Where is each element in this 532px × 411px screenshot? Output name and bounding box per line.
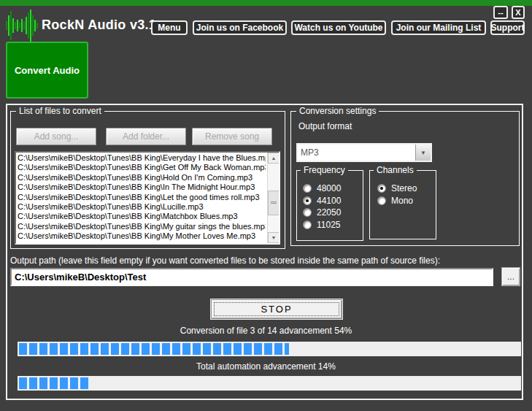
mailing-list-button[interactable]: Join our Mailing List [391, 20, 486, 35]
close-button[interactable]: X [512, 6, 525, 19]
facebook-button[interactable]: Join us on Facebook [193, 20, 287, 35]
output-format-value: MP3 [298, 145, 415, 161]
radio-checked-icon [303, 196, 312, 205]
add-song-button[interactable]: Add song... [16, 128, 96, 145]
radio-frequency-22050[interactable]: 22050 [303, 207, 341, 219]
total-progress-fill [19, 377, 89, 389]
app-title: RockN Audio v3.1 [42, 18, 156, 33]
file-listbox[interactable]: C:\Users\mikeB\Desktop\Tunes\BB King\Eve… [15, 151, 280, 245]
radio-label: 44100 [317, 196, 341, 206]
radio-label: 22050 [317, 207, 341, 218]
file-list-item[interactable]: C:\Users\mikeB\Desktop\Tunes\BB King\Hol… [18, 173, 266, 183]
radio-frequency-48000[interactable]: 48000 [303, 183, 341, 195]
channels-group: Channels Stereo Mono [369, 170, 436, 239]
scrollbar-thumb[interactable] [268, 191, 280, 215]
minimize-button[interactable]: -- [493, 6, 508, 19]
output-format-select[interactable]: MP3 ▼ [296, 143, 432, 162]
radio-icon [377, 196, 386, 205]
radio-frequency-44100[interactable]: 44100 [303, 195, 341, 207]
dropdown-arrow-icon[interactable]: ▼ [415, 145, 431, 161]
stop-button[interactable]: STOP [211, 299, 342, 319]
menu-button[interactable]: Menu [151, 20, 188, 35]
output-path-input[interactable] [10, 268, 493, 286]
scroll-down-icon[interactable]: ▼ [268, 232, 280, 243]
youtube-button[interactable]: Watch us on Youtube [291, 20, 386, 35]
radio-channels-stereo[interactable]: Stereo [377, 183, 417, 195]
scrollbar-grip [271, 201, 277, 204]
radio-label: 48000 [317, 183, 341, 193]
radio-icon [303, 208, 312, 217]
add-folder-button[interactable]: Add folder... [106, 128, 186, 145]
radio-channels-mono[interactable]: Mono [377, 195, 417, 207]
file-list-group-label: List of files to convert [16, 106, 104, 116]
channels-group-label: Channels [374, 165, 417, 175]
listbox-scrollbar[interactable]: ▲ ▼ [267, 153, 279, 243]
support-button[interactable]: Support [490, 20, 525, 35]
radio-icon [303, 184, 312, 193]
radio-frequency-11025[interactable]: 11025 [303, 219, 341, 231]
conversion-settings-group-label: Conversion settings [296, 106, 379, 116]
file-list-item[interactable]: C:\Users\mikeB\Desktop\Tunes\BB King\Get… [18, 163, 266, 172]
total-progress-bar [18, 376, 521, 391]
frequency-group-label: Frequency [301, 165, 348, 175]
radio-icon [303, 220, 312, 229]
file-progress-text: Conversion of file 3 of 14 advancement 5… [0, 326, 532, 336]
file-list-item[interactable]: C:\Users\mikeB\Desktop\Tunes\BB King\Mat… [18, 212, 266, 221]
frequency-group: Frequency 48000 44100 22050 11025 [296, 170, 363, 241]
total-progress-text: Total automation advancement 14% [0, 361, 532, 372]
file-list-item[interactable]: C:\Users\mikeB\Desktop\Tunes\BB King\Eve… [18, 153, 266, 163]
waveform-logo-icon [6, 9, 39, 42]
output-path-label: Output path (leave this field empty if y… [10, 256, 440, 266]
file-list-item[interactable]: C:\Users\mikeB\Desktop\Tunes\BB King\My … [18, 231, 266, 241]
file-progress-bar [18, 342, 521, 356]
scroll-up-icon[interactable]: ▲ [268, 153, 280, 164]
output-format-label: Output format [298, 121, 352, 131]
file-list-item[interactable]: C:\Users\mikeB\Desktop\Tunes\BB King\My … [18, 222, 266, 231]
file-list-item[interactable]: C:\Users\mikeB\Desktop\Tunes\BB King\Let… [18, 193, 266, 202]
radio-label: Mono [391, 196, 413, 206]
file-list-item[interactable]: C:\Users\mikeB\Desktop\Tunes\BB King\Luc… [18, 202, 266, 212]
tab-convert-audio[interactable]: Convert Audio [6, 42, 88, 99]
radio-label: Stereo [391, 183, 417, 193]
app-window: RockN Audio v3.1 Menu Join us on Faceboo… [0, 0, 532, 411]
file-progress-fill [19, 343, 289, 355]
browse-button[interactable]: ... [501, 267, 520, 286]
file-list-item[interactable]: C:\Users\mikeB\Desktop\Tunes\BB King\In … [18, 183, 266, 192]
radio-label: 11025 [317, 220, 340, 230]
radio-checked-icon [377, 184, 386, 193]
remove-song-button[interactable]: Remove song [192, 128, 272, 145]
file-list: C:\Users\mikeB\Desktop\Tunes\BB King\Eve… [18, 153, 266, 242]
accent-strip [0, 0, 532, 6]
